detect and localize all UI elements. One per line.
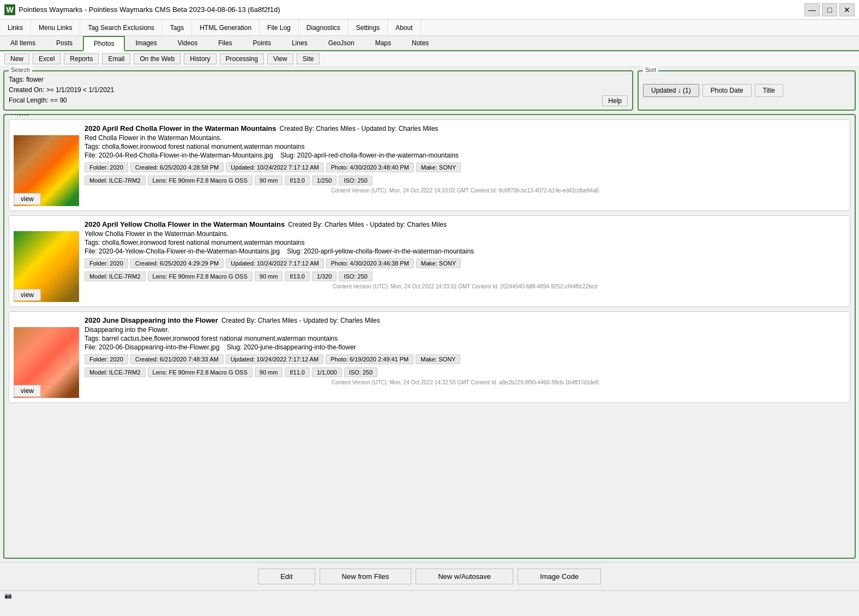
search-line3: Focal Length: == 90 — [9, 95, 628, 106]
photo-meta-row2-2: Model: ILCE-7RM2Lens: FE 90mm F2.8 Macro… — [85, 271, 845, 281]
meta-badge: Folder: 2020 — [85, 162, 128, 172]
photos-label: Photos — [9, 114, 32, 117]
photo-meta-row1-3: Folder: 2020Created: 6/21/2020 7:48:33 A… — [85, 354, 845, 364]
maximize-button[interactable]: □ — [822, 3, 837, 16]
action-email[interactable]: Email — [102, 53, 130, 64]
search-label: Search — [9, 67, 32, 73]
tab-maps[interactable]: Maps — [365, 36, 401, 50]
sort-btn-photo-date[interactable]: Photo Date — [702, 84, 752, 97]
search-line2: Created On: >= 1/1/2019 < 1/1/2021 — [9, 85, 628, 95]
bottom-btn-new-w/autosave[interactable]: New w/Autosave — [416, 569, 513, 584]
photo-info-2: 2020 April Yellow Cholla Flower in the W… — [85, 220, 845, 302]
menu-item-about[interactable]: About — [388, 20, 421, 35]
photo-tags-2: Tags: cholla,flower,ironwood forest nati… — [85, 239, 845, 246]
content-version-3: Content Version (UTC): Mon, 24 Oct 2022 … — [85, 379, 845, 385]
menu-item-tag-search-exclusions[interactable]: Tag Search Exclusions — [80, 20, 162, 35]
tab-posts[interactable]: Posts — [46, 36, 83, 50]
view-button-1[interactable]: view — [14, 193, 41, 205]
photo-tags-1: Tags: cholla,flower,ironwood forest nati… — [85, 143, 845, 150]
titlebar-left: W Pointless Waymarks - Pointless Waymark… — [4, 4, 280, 15]
meta-badge: Photo: 4/30/2020 3:46:38 PM — [326, 258, 414, 268]
meta-badge: Created: 6/25/2020 4:28:58 PM — [130, 162, 224, 172]
meta-badge: Model: ILCE-7RM2 — [85, 271, 146, 281]
meta-badge: Lens: FE 90mm F2.8 Macro G OSS — [148, 176, 253, 185]
action-new[interactable]: New — [4, 53, 29, 64]
photo-file-3: File: 2020-06-Disappearing-into-the-Flow… — [85, 343, 845, 351]
tab-points[interactable]: Points — [243, 36, 281, 50]
tab-all-items[interactable]: All Items — [0, 36, 46, 50]
bottom-btn-image-code[interactable]: Image Code — [518, 569, 601, 584]
meta-badge: Make: SONY — [416, 162, 461, 172]
thumb-wrapper-1: view — [14, 124, 79, 206]
meta-badge: f/13.0 — [285, 176, 310, 185]
photo-tags-3: Tags: barrel cactus,bee,flower,ironwood … — [85, 335, 845, 342]
menu-item-tags[interactable]: Tags — [163, 20, 192, 35]
menu-item-menu-links[interactable]: Menu Links — [31, 20, 80, 35]
meta-badge: 90 mm — [255, 271, 283, 281]
meta-badge: 90 mm — [255, 176, 283, 185]
help-button[interactable]: Help — [602, 95, 628, 106]
meta-badge: Lens: FE 90mm F2.8 Macro G OSS — [148, 271, 253, 281]
search-line1: Tags: flower — [9, 75, 628, 85]
photo-card-3: view2020 June Disappearing into the Flow… — [9, 311, 850, 403]
photo-file-2: File: 2020-04-Yellow-Cholla-Flower-in-th… — [85, 247, 845, 255]
titlebar-controls: — □ ✕ — [804, 3, 855, 16]
minimize-button[interactable]: — — [804, 3, 820, 16]
photo-meta-row1-1: Folder: 2020Created: 6/25/2020 4:28:58 P… — [85, 162, 845, 172]
photo-desc-1: Red Cholla Flower in the Waterman Mounta… — [85, 134, 845, 142]
tab-lines[interactable]: Lines — [281, 36, 318, 50]
photo-title-line-1: 2020 April Red Cholla Flower in the Wate… — [85, 124, 845, 132]
photo-title-line-2: 2020 April Yellow Cholla Flower in the W… — [85, 220, 845, 228]
search-sort-row: Search Tags: flower Created On: >= 1/1/2… — [3, 70, 856, 111]
thumb-wrapper-2: view — [14, 220, 79, 302]
tab-files[interactable]: Files — [208, 36, 242, 50]
menu-item-html-generation[interactable]: HTML Generation — [192, 20, 260, 35]
photo-author-2: Created By: Charles Miles - Updated by: … — [288, 221, 447, 228]
meta-badge: 1/250 — [312, 176, 337, 185]
menu-item-file-log[interactable]: File Log — [260, 20, 299, 35]
photo-author-1: Created By: Charles Miles - Updated by: … — [280, 125, 438, 132]
tab-notes[interactable]: Notes — [401, 36, 439, 50]
action-reports[interactable]: Reports — [64, 53, 99, 64]
action-history[interactable]: History — [184, 53, 216, 64]
meta-badge: Updated: 10/24/2022 7:17:12 AM — [226, 354, 323, 364]
photo-info-3: 2020 June Disappearing into the FlowerCr… — [85, 316, 845, 398]
bottom-btn-edit[interactable]: Edit — [258, 569, 315, 584]
photos-section: Photos view2020 April Red Cholla Flower … — [3, 114, 856, 559]
action-excel[interactable]: Excel — [33, 53, 61, 64]
tab-photos[interactable]: Photos — [83, 36, 125, 51]
meta-badge: ISO: 250 — [344, 367, 377, 377]
photo-card-2: view2020 April Yellow Cholla Flower in t… — [9, 215, 850, 307]
sort-label: Sort — [643, 67, 658, 73]
meta-badge: 90 mm — [255, 367, 283, 377]
action-site[interactable]: Site — [297, 53, 320, 64]
menu-item-diagnostics[interactable]: Diagnostics — [299, 20, 349, 35]
photo-title-line-3: 2020 June Disappearing into the FlowerCr… — [85, 316, 845, 324]
meta-badge: Folder: 2020 — [85, 258, 128, 268]
menu-item-links[interactable]: Links — [0, 20, 31, 35]
tab-images[interactable]: Images — [125, 36, 167, 50]
sort-btn-title[interactable]: Title — [755, 84, 783, 97]
search-help-area: Help — [602, 95, 628, 106]
photo-meta-row2-1: Model: ILCE-7RM2Lens: FE 90mm F2.8 Macro… — [85, 176, 845, 185]
menu-item-settings[interactable]: Settings — [349, 20, 388, 35]
action-view[interactable]: View — [267, 53, 293, 64]
bottom-toolbar: EditNew from FilesNew w/AutosaveImage Co… — [0, 562, 859, 590]
tab-videos[interactable]: Videos — [167, 36, 208, 50]
search-box: Search Tags: flower Created On: >= 1/1/2… — [3, 70, 633, 111]
tab-geojson[interactable]: GeoJson — [318, 36, 365, 50]
view-button-2[interactable]: view — [14, 289, 41, 301]
meta-badge: 1/320 — [312, 271, 337, 281]
meta-badge: Photo: 4/30/2020 3:48:40 PM — [326, 162, 414, 172]
photo-file-1: File: 2020-04-Red-Cholla-Flower-in-the-W… — [85, 152, 845, 159]
status-bar: 📷 — [0, 590, 859, 600]
bottom-btn-new-from-files[interactable]: New from Files — [320, 569, 412, 584]
view-button-3[interactable]: view — [14, 385, 41, 397]
photo-meta-row2-3: Model: ILCE-7RM2Lens: FE 90mm F2.8 Macro… — [85, 367, 845, 377]
action-on-the-web[interactable]: On the Web — [134, 53, 181, 64]
meta-badge: Created: 6/25/2020 4:29:29 PM — [130, 258, 224, 268]
action-processing[interactable]: Processing — [220, 53, 264, 64]
sort-btn-updated--1[interactable]: Updated ↓ (1) — [643, 84, 699, 97]
photos-list[interactable]: view2020 April Red Cholla Flower in the … — [4, 115, 855, 558]
close-button[interactable]: ✕ — [839, 3, 855, 16]
